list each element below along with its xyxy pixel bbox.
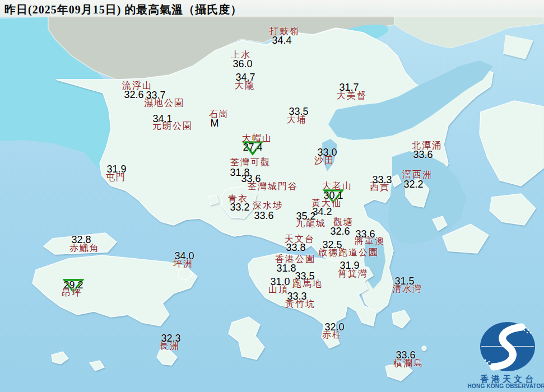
station-value: 31.0 [270, 276, 290, 288]
station-value: 31.8 [276, 263, 296, 274]
station-value: 33.3 [372, 174, 392, 186]
station-value: 32.6 [330, 226, 350, 237]
station-value: 33.5 [289, 106, 308, 118]
station-value: 32.5 [322, 239, 342, 251]
station-value: 27.4 [243, 142, 262, 153]
station-value: 33.2 [230, 202, 249, 213]
station-value: 32.0 [324, 321, 344, 333]
station-value: 35.2 [296, 211, 315, 222]
hko-logo: 香港天文台 HONG KONG OBSERVATORY [472, 320, 544, 391]
station-value: 32.2 [403, 179, 423, 190]
station-value: 33.6 [396, 349, 415, 361]
station-value: 32.6 [124, 89, 143, 101]
station-value: 31.9 [340, 260, 359, 272]
station-value: 33.0 [317, 147, 337, 158]
hko-logo-english-name: HONG KONG OBSERVATORY [468, 383, 544, 389]
station-value: 31.7 [339, 82, 359, 94]
station-value: 33.6 [413, 149, 433, 161]
station-value: 33.6 [355, 228, 375, 240]
weather-map-page: 昨日(2025年09月15日) 的最高氣溫（攝氏度） 打鼓嶺34.4上水36.0… [0, 0, 544, 392]
station-value: M [211, 118, 219, 129]
station-value: 33.3 [287, 291, 306, 302]
station-value: 32.3 [161, 333, 180, 344]
station-value: 33.7 [146, 90, 165, 101]
station-value: 32.8 [71, 234, 91, 246]
station-value: 36.0 [233, 58, 252, 70]
stations-layer: 打鼓嶺34.4上水36.0大隴34.7大美督31.7流浮山32.6濕地公園33.… [0, 0, 544, 392]
station-value: 34.0 [174, 250, 194, 262]
station-value: 31.9 [106, 164, 126, 175]
station-value: 31.5 [394, 276, 414, 287]
station-value: 33.5 [295, 270, 314, 282]
map-title: 昨日(2025年09月15日) 的最高氣溫（攝氏度） [4, 2, 242, 17]
station-value: 33.6 [241, 173, 261, 185]
station-value: 34.1 [152, 113, 172, 125]
station-value: 33.6 [254, 210, 273, 222]
hko-logo-icon [472, 320, 544, 374]
station-value: 34.7 [235, 72, 255, 83]
station-value: 34.4 [272, 35, 291, 46]
station-value: 29.2 [63, 279, 83, 291]
station-value: 33.8 [286, 242, 305, 254]
